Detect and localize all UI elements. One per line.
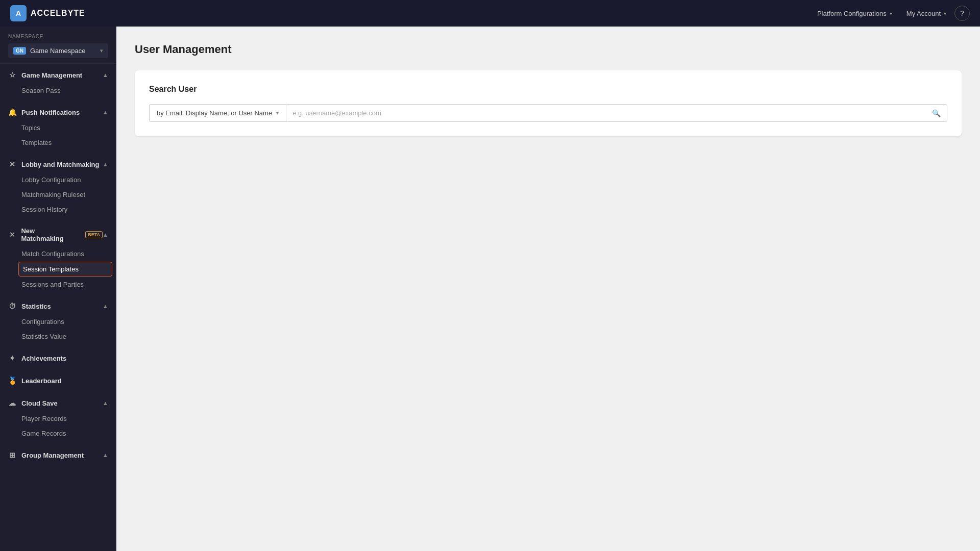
logo-icon: A bbox=[10, 5, 27, 21]
section-achievements-label: Achievements bbox=[21, 355, 66, 362]
cloud-save-icon: ☁ bbox=[8, 399, 16, 407]
section-statistics: ⏱ Statistics ▲ Configurations Statistics… bbox=[0, 295, 116, 347]
new-matchmaking-chevron-icon: ▲ bbox=[103, 232, 108, 238]
search-card-title: Search User bbox=[149, 85, 947, 94]
sidebar-item-topics[interactable]: Topics bbox=[0, 120, 116, 135]
push-notifications-chevron-icon: ▲ bbox=[103, 109, 108, 115]
lobby-matchmaking-chevron-icon: ▲ bbox=[103, 161, 108, 167]
section-new-matchmaking-label: New Matchmaking bbox=[21, 227, 77, 242]
page-title: User Management bbox=[135, 43, 962, 56]
sidebar-item-lobby-config[interactable]: Lobby Configuration bbox=[0, 172, 116, 187]
search-input[interactable] bbox=[292, 105, 932, 121]
main-content: User Management Search User by Email, Di… bbox=[116, 27, 980, 551]
sidebar-item-configurations[interactable]: Configurations bbox=[0, 314, 116, 329]
achievements-icon: ✦ bbox=[8, 354, 16, 362]
section-lobby-matchmaking-header[interactable]: ✕ Lobby and Matchmaking ▲ bbox=[0, 156, 116, 172]
new-matchmaking-icon: ✕ bbox=[8, 231, 16, 239]
section-game-management-header[interactable]: ☆ Game Management ▲ bbox=[0, 67, 116, 83]
namespace-label: NAMESPACE bbox=[8, 34, 108, 39]
section-statistics-header[interactable]: ⏱ Statistics ▲ bbox=[0, 298, 116, 314]
logo-text: ACCELBYTE bbox=[31, 9, 85, 18]
namespace-selector[interactable]: GN Game Namespace ▾ bbox=[8, 43, 108, 58]
namespace-badge: GN bbox=[13, 47, 26, 55]
search-filter-chevron-icon: ▾ bbox=[276, 110, 279, 116]
section-cloud-save: ☁ Cloud Save ▲ Player Records Game Recor… bbox=[0, 392, 116, 444]
cloud-save-chevron-icon: ▲ bbox=[103, 400, 108, 406]
topbar-right: Platform Configurations ▾ My Account ▾ ? bbox=[811, 6, 970, 21]
sidebar-item-sessions-and-parties[interactable]: Sessions and Parties bbox=[0, 277, 116, 292]
game-management-chevron-icon: ▲ bbox=[103, 72, 108, 78]
section-lobby-matchmaking-label: Lobby and Matchmaking bbox=[21, 161, 99, 168]
namespace-name: Game Namespace bbox=[30, 47, 96, 55]
layout: NAMESPACE GN Game Namespace ▾ ☆ Game Man… bbox=[0, 27, 980, 551]
section-game-management: ☆ Game Management ▲ Season Pass bbox=[0, 64, 116, 101]
search-icon: 🔍 bbox=[932, 109, 941, 117]
logo: A ACCELBYTE bbox=[10, 5, 85, 21]
search-card: Search User by Email, Display Name, or U… bbox=[135, 70, 962, 136]
section-statistics-label: Statistics bbox=[21, 303, 51, 310]
game-management-icon: ☆ bbox=[8, 71, 16, 79]
section-group-management: ⊞ Group Management ▲ bbox=[0, 444, 116, 466]
section-achievements-header[interactable]: ✦ Achievements bbox=[0, 350, 116, 366]
section-push-notifications: 🔔 Push Notifications ▲ Topics Templates bbox=[0, 101, 116, 153]
sidebar-item-season-pass[interactable]: Season Pass bbox=[0, 83, 116, 98]
section-push-notifications-label: Push Notifications bbox=[21, 109, 80, 116]
sidebar-item-matchmaking-ruleset[interactable]: Matchmaking Ruleset bbox=[0, 187, 116, 202]
group-management-icon: ⊞ bbox=[8, 451, 16, 459]
leaderboard-icon: 🏅 bbox=[8, 377, 16, 385]
group-management-chevron-icon: ▲ bbox=[103, 452, 108, 458]
section-cloud-save-label: Cloud Save bbox=[21, 399, 58, 407]
section-push-notifications-header[interactable]: 🔔 Push Notifications ▲ bbox=[0, 104, 116, 120]
sidebar-item-session-history[interactable]: Session History bbox=[0, 202, 116, 217]
statistics-icon: ⏱ bbox=[8, 302, 16, 310]
topbar: A ACCELBYTE Platform Configurations ▾ My… bbox=[0, 0, 980, 27]
search-filter-label: by Email, Display Name, or User Name bbox=[157, 109, 272, 117]
sidebar-item-statistics-value[interactable]: Statistics Value bbox=[0, 329, 116, 344]
my-account-button[interactable]: My Account ▾ bbox=[900, 7, 952, 20]
search-filter-select[interactable]: by Email, Display Name, or User Name ▾ bbox=[149, 104, 286, 122]
section-new-matchmaking: ✕ New Matchmaking BETA ▲ Match Configura… bbox=[0, 220, 116, 295]
namespace-section: NAMESPACE GN Game Namespace ▾ bbox=[0, 27, 116, 64]
sidebar-item-session-templates[interactable]: Session Templates bbox=[18, 262, 112, 277]
search-row: by Email, Display Name, or User Name ▾ 🔍 bbox=[149, 104, 947, 122]
section-new-matchmaking-header[interactable]: ✕ New Matchmaking BETA ▲ bbox=[0, 223, 116, 246]
section-cloud-save-header[interactable]: ☁ Cloud Save ▲ bbox=[0, 395, 116, 411]
section-game-management-label: Game Management bbox=[21, 71, 82, 79]
platform-configurations-button[interactable]: Platform Configurations ▾ bbox=[811, 7, 898, 20]
namespace-chevron-icon: ▾ bbox=[100, 47, 103, 54]
section-leaderboard-header[interactable]: 🏅 Leaderboard bbox=[0, 372, 116, 389]
search-input-wrap: 🔍 bbox=[286, 104, 947, 122]
section-lobby-matchmaking: ✕ Lobby and Matchmaking ▲ Lobby Configur… bbox=[0, 153, 116, 220]
platform-configs-chevron-icon: ▾ bbox=[890, 11, 892, 16]
my-account-chevron-icon: ▾ bbox=[944, 11, 946, 16]
beta-badge: BETA bbox=[85, 231, 103, 238]
section-achievements: ✦ Achievements bbox=[0, 347, 116, 369]
section-leaderboard-label: Leaderboard bbox=[21, 377, 62, 385]
sidebar-item-match-configurations[interactable]: Match Configurations bbox=[0, 246, 116, 261]
statistics-chevron-icon: ▲ bbox=[103, 303, 108, 309]
section-leaderboard: 🏅 Leaderboard bbox=[0, 369, 116, 392]
push-notifications-icon: 🔔 bbox=[8, 108, 16, 116]
section-group-management-header[interactable]: ⊞ Group Management ▲ bbox=[0, 447, 116, 463]
sidebar-item-player-records[interactable]: Player Records bbox=[0, 411, 116, 426]
sidebar: NAMESPACE GN Game Namespace ▾ ☆ Game Man… bbox=[0, 27, 116, 551]
section-group-management-label: Group Management bbox=[21, 452, 84, 459]
lobby-matchmaking-icon: ✕ bbox=[8, 160, 16, 168]
sidebar-item-game-records[interactable]: Game Records bbox=[0, 426, 116, 441]
sidebar-item-templates[interactable]: Templates bbox=[0, 135, 116, 150]
help-button[interactable]: ? bbox=[954, 6, 970, 21]
